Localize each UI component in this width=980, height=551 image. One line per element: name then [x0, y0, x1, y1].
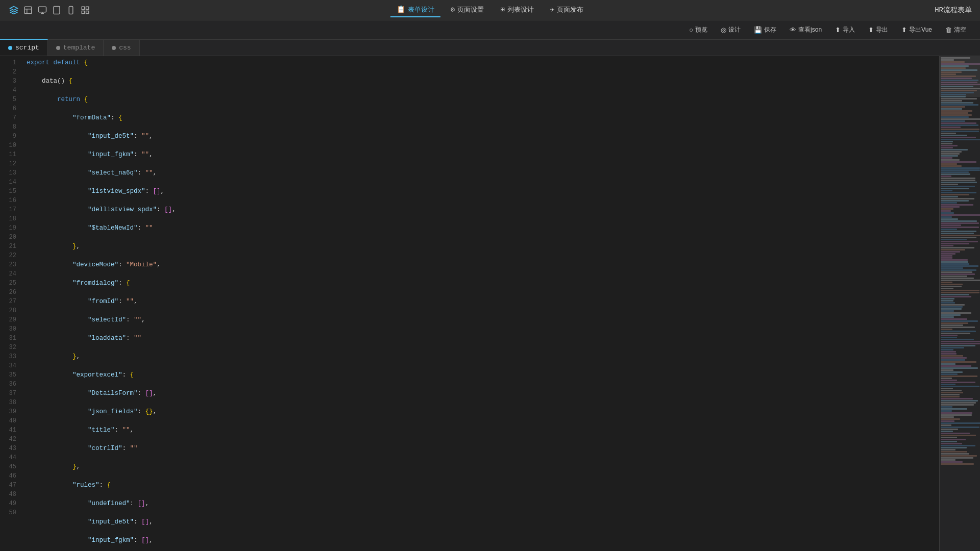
- line-number-44: 44: [0, 453, 16, 462]
- line-number-36: 36: [0, 380, 16, 389]
- export-icon: ⬆: [868, 26, 874, 34]
- line-number-10: 10: [0, 141, 16, 150]
- line-number-31: 31: [0, 334, 16, 343]
- line-number-21: 21: [0, 242, 16, 251]
- save-button[interactable]: 💾 保存: [748, 23, 782, 37]
- code-line-3: return {: [20, 95, 939, 104]
- line-number-30: 30: [0, 324, 16, 334]
- code-line-24: "rules": {: [20, 481, 939, 490]
- tab-script-dot: [8, 46, 12, 50]
- preview-icon: ○: [689, 26, 693, 34]
- line-number-6: 6: [0, 104, 16, 113]
- export-button[interactable]: ⬆ 导出: [863, 23, 894, 37]
- tab-list-design[interactable]: ⊞ 列表设计: [494, 3, 540, 17]
- code-line-11: },: [20, 242, 939, 251]
- line-number-16: 16: [0, 196, 16, 205]
- code-line-2: data() {: [20, 77, 939, 86]
- line-number-48: 48: [0, 490, 16, 499]
- code-line-23: },: [20, 462, 939, 471]
- line-number-5: 5: [0, 95, 16, 104]
- svg-rect-11: [86, 7, 89, 9]
- line-number-37: 37: [0, 389, 16, 398]
- tab-page-settings[interactable]: ⚙️ 页面设置: [445, 3, 490, 17]
- line-number-43: 43: [0, 444, 16, 453]
- tablet-icon[interactable]: [51, 5, 62, 16]
- code-line-20: "json_fields": {},: [20, 407, 939, 416]
- line-number-49: 49: [0, 499, 16, 508]
- line-number-8: 8: [0, 122, 16, 132]
- svg-rect-13: [86, 11, 89, 13]
- line-number-32: 32: [0, 343, 16, 352]
- svg-rect-10: [82, 7, 84, 9]
- toolbar-left: [8, 5, 91, 16]
- line-number-18: 18: [0, 214, 16, 223]
- line-number-24: 24: [0, 269, 16, 279]
- grid-icon[interactable]: [80, 5, 91, 16]
- monitor-icon[interactable]: [37, 5, 48, 16]
- code-line-6: "input_fgkm": "",: [20, 150, 939, 159]
- line-number-3: 3: [0, 77, 16, 86]
- tab-page-publish[interactable]: ✈ 页面发布: [544, 3, 590, 17]
- export-vue-icon: ⬆: [901, 26, 907, 34]
- svg-rect-3: [39, 7, 46, 12]
- view-json-icon: 👁: [790, 26, 796, 34]
- tab-form-design[interactable]: 📋 表单设计: [390, 3, 440, 17]
- import-button[interactable]: ⬆ 导入: [829, 23, 861, 37]
- list-design-icon: ⊞: [500, 5, 504, 14]
- line-numbers: 1234567891011121314151617181920212223242…: [0, 56, 20, 551]
- line-number-42: 42: [0, 435, 16, 444]
- design-icon: ◎: [721, 26, 726, 34]
- code-line-14: "fromId": "",: [20, 297, 939, 306]
- phone-icon[interactable]: [65, 5, 77, 16]
- line-number-39: 39: [0, 407, 16, 416]
- code-content[interactable]: export default { data() { return { "form…: [20, 56, 939, 551]
- code-line-7: "select_na6q": "",: [20, 168, 939, 178]
- svg-rect-12: [82, 11, 84, 13]
- line-number-4: 4: [0, 86, 16, 95]
- line-number-9: 9: [0, 132, 16, 141]
- import-icon: ⬆: [835, 26, 841, 34]
- page-settings-icon: ⚙️: [451, 5, 455, 14]
- line-number-11: 11: [0, 150, 16, 159]
- toolbar-center: 📋 表单设计 ⚙️ 页面设置 ⊞ 列表设计 ✈ 页面发布: [390, 3, 590, 17]
- tab-template-dot: [56, 46, 60, 50]
- line-number-46: 46: [0, 471, 16, 481]
- tab-template[interactable]: template: [48, 39, 104, 56]
- line-number-28: 28: [0, 306, 16, 315]
- code-tabs-bar: script template css: [0, 40, 980, 56]
- editor-area: 1234567891011121314151617181920212223242…: [0, 56, 980, 551]
- code-line-25: "undefined": [],: [20, 499, 939, 508]
- export-vue-button[interactable]: ⬆ 导出Vue: [896, 23, 938, 37]
- code-line-22: "cotrlId": "": [20, 444, 939, 453]
- layout-icon[interactable]: [22, 5, 34, 16]
- line-number-50: 50: [0, 508, 16, 517]
- tab-css[interactable]: css: [104, 39, 139, 56]
- line-number-1: 1: [0, 58, 16, 67]
- line-number-2: 2: [0, 67, 16, 77]
- top-toolbar: 📋 表单设计 ⚙️ 页面设置 ⊞ 列表设计 ✈ 页面发布 HR流程表单: [0, 0, 980, 20]
- minimap-content: [940, 56, 980, 551]
- code-line-9: "dellistview_spdx": [],: [20, 205, 939, 214]
- preview-button[interactable]: ○ 预览: [683, 23, 713, 37]
- clear-button[interactable]: 🗑 清空: [940, 23, 972, 37]
- code-line-1: export default {: [20, 58, 939, 67]
- line-number-17: 17: [0, 205, 16, 214]
- code-line-27: "input_fgkm": [],: [20, 536, 939, 545]
- line-number-14: 14: [0, 178, 16, 187]
- second-toolbar: ○ 预览 ◎ 设计 💾 保存 👁 查看json ⬆ 导入 ⬆ 导出 ⬆ 导出Vu…: [0, 20, 980, 40]
- svg-rect-0: [24, 7, 32, 14]
- code-line-21: "title": "",: [20, 425, 939, 435]
- line-number-20: 20: [0, 233, 16, 242]
- view-json-button[interactable]: 👁 查看json: [784, 23, 827, 37]
- code-line-4: "formData": {: [20, 113, 939, 122]
- app-title: HR流程表单: [935, 6, 972, 15]
- line-number-7: 7: [0, 113, 16, 122]
- line-number-47: 47: [0, 481, 16, 490]
- code-line-15: "selectId": "",: [20, 315, 939, 324]
- code-line-13: "fromdialog": {: [20, 279, 939, 288]
- cube-icon[interactable]: [8, 5, 19, 16]
- design-button[interactable]: ◎ 设计: [715, 23, 746, 37]
- tab-script[interactable]: script: [0, 39, 48, 56]
- clear-icon: 🗑: [945, 26, 952, 34]
- code-line-17: },: [20, 352, 939, 361]
